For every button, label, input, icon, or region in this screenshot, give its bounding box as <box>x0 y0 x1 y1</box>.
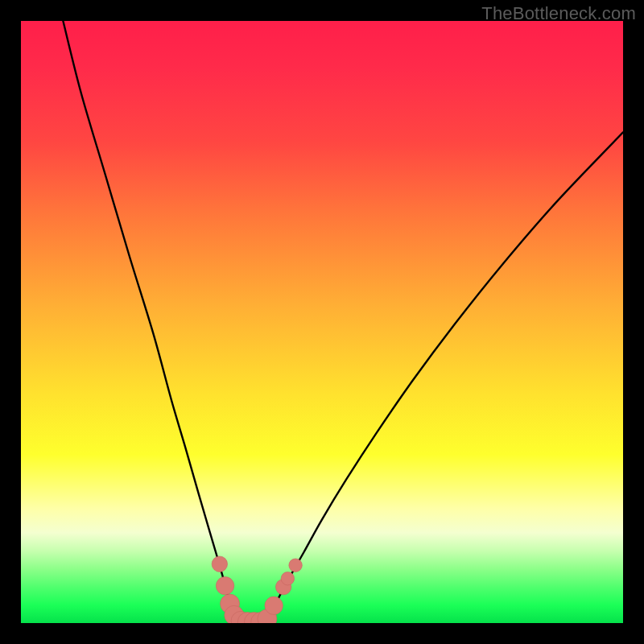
data-marker <box>281 572 294 584</box>
data-marker <box>212 556 227 572</box>
chart-markers <box>212 556 302 623</box>
data-marker <box>265 597 283 614</box>
chart-curves <box>63 21 623 621</box>
curve-right-branch <box>265 132 623 621</box>
data-marker <box>216 576 233 594</box>
watermark-text: TheBottleneck.com <box>481 3 636 24</box>
chart-plot-area <box>21 21 623 623</box>
data-marker <box>289 559 302 572</box>
chart-frame: TheBottleneck.com <box>0 0 644 644</box>
curve-left-branch <box>63 21 242 621</box>
chart-svg-layer <box>21 21 623 623</box>
